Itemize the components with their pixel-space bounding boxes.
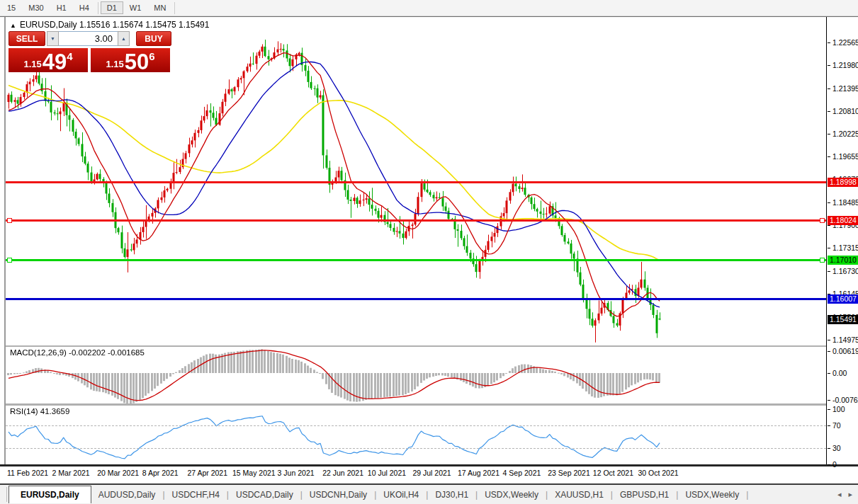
date-label: 15 May 2021: [232, 469, 276, 477]
symbol-arrow-icon: ▲: [10, 22, 16, 29]
rsi-header: RSI(14) 41.3659: [10, 407, 69, 416]
price-tag-1.15491: 1.15491: [828, 315, 858, 324]
timeframe-d1[interactable]: D1: [101, 1, 123, 14]
price-tag-1.18024: 1.18024: [828, 216, 858, 225]
sell-price-sup: 4: [67, 50, 72, 62]
trading-app-window: 15M30H1H4D1W1MN ▲EURUSD,Daily 1.15516 1.…: [0, 0, 858, 504]
sell-price-small: 1.15: [23, 59, 41, 69]
hline-1.18998[interactable]: [6, 181, 826, 183]
axis-tick: 0: [832, 460, 837, 469]
hline-handle-1.18024[interactable]: [820, 218, 825, 223]
sell-button[interactable]: SELL: [9, 31, 45, 46]
volume-increment-button[interactable]: ▲: [118, 31, 130, 46]
axis-tick: 1.20225: [832, 130, 858, 138]
axis-tick: 1.14975: [832, 336, 858, 344]
price-tag-1.18998: 1.18998: [828, 178, 858, 187]
tab-gbpusd-h1[interactable]: GBPUSD,H1: [613, 487, 676, 503]
tabbar-grip: [0, 487, 7, 502]
macd-header: MACD(12,26,9) -0.002202 -0.001685: [10, 348, 145, 357]
sell-price-tile[interactable]: 1.15494: [9, 48, 88, 72]
rsi-level-30: [6, 448, 826, 449]
rsi-canvas[interactable]: [6, 406, 826, 464]
tab-usdchf-h4[interactable]: USDCHF,H4: [165, 487, 227, 503]
tab-usdx-weekly[interactable]: USDX,Weekly: [678, 487, 746, 503]
axis-tick: 1.16730: [832, 267, 858, 275]
date-label: 4 Sep 2021: [503, 469, 541, 477]
price-tag-1.16007: 1.16007: [828, 294, 858, 304]
date-label: 22 Jun 2021: [322, 469, 363, 477]
hline-handle-1.18024[interactable]: [7, 218, 12, 223]
date-label: 12 Oct 2021: [593, 469, 633, 477]
one-click-trade-panel: SELL ▼ ▲ BUY 1.15494 1.15506: [9, 31, 171, 72]
timeframe-mn[interactable]: MN: [147, 1, 172, 14]
date-label: 11 Feb 2021: [7, 469, 48, 477]
timeframe-toolbar: 15M30H1H4D1W1MN: [0, 0, 858, 16]
volume-decrement-button[interactable]: ▼: [47, 31, 59, 46]
hline-handle-1.17010[interactable]: [820, 258, 825, 263]
tab-xauusd-h1[interactable]: XAUUSD,H1: [548, 487, 611, 503]
tab-usdcad-daily[interactable]: USDCAD,Daily: [229, 487, 300, 503]
timeframe-h4[interactable]: H4: [73, 1, 96, 14]
macd-pane: MACD(12,26,9) -0.002202 -0.001685: [6, 347, 826, 403]
buy-price-tile[interactable]: 1.15506: [91, 48, 170, 72]
date-label: 23 Sep 2021: [548, 469, 590, 477]
price-chart-pane: ▲EURUSD,Daily 1.15516 1.15674 1.15475 1.…: [6, 17, 826, 345]
sell-price-big: 49: [43, 52, 67, 71]
axis-tick: 1.21395: [832, 84, 858, 93]
spinner-up-icon: ▲: [121, 36, 126, 41]
timeframe-m30[interactable]: M30: [22, 1, 50, 14]
date-label: 29 Jul 2021: [412, 469, 451, 477]
axis-tick: 100: [832, 405, 845, 413]
axis-tick: 0.006193: [832, 347, 858, 355]
date-label: 8 Apr 2021: [142, 469, 179, 477]
chart-ohlc-header: ▲EURUSD,Daily 1.15516 1.15674 1.15475 1.…: [10, 20, 209, 30]
hline-1.17010[interactable]: [6, 259, 826, 261]
axis-tick: 0.00: [832, 369, 847, 377]
tab-list: EURUSD,DailyAUDUSD,Daily|USDCHF,H4|USDCA…: [9, 485, 748, 504]
symbol-tab-bar: EURUSD,DailyAUDUSD,Daily|USDCHF,H4|USDCA…: [0, 485, 858, 504]
axis-tick: 30: [832, 444, 841, 452]
axis-tick: -0.00762: [832, 396, 858, 404]
axis-tick: 70: [832, 421, 841, 430]
ohlc-text: EURUSD,Daily 1.15516 1.15674 1.15475 1.1…: [20, 20, 210, 30]
tab-scroll-left-button[interactable]: ◂: [837, 490, 842, 499]
tab-dj30-h1[interactable]: DJ30,H1: [428, 487, 475, 503]
tab-separator: |: [746, 490, 748, 500]
tab-ukoil-h4[interactable]: UKOil,H4: [376, 487, 426, 503]
hline-1.16007[interactable]: [6, 298, 826, 300]
spinner-down-icon: ▼: [50, 36, 55, 41]
rsi-pane: RSI(14) 41.3659: [6, 406, 826, 464]
tab-usdcnh-daily[interactable]: USDCNH,Daily: [303, 487, 374, 503]
axis-tick: 1.20810: [832, 107, 858, 115]
date-label: 27 Apr 2021: [187, 469, 227, 477]
axis-tick: 1.18485: [832, 198, 858, 207]
tab-usdx-weekly[interactable]: USDX,Weekly: [478, 487, 546, 503]
timeframe-h1[interactable]: H1: [50, 1, 73, 14]
rsi-level-70: [6, 425, 826, 426]
axis-tick: 1.17315: [832, 244, 858, 252]
price-axis[interactable]: 1.225651.219801.213951.208101.202251.196…: [826, 17, 858, 464]
buy-price-sup: 6: [149, 50, 154, 62]
date-label: 20 Mar 2021: [97, 469, 139, 477]
hline-1.18024[interactable]: [6, 219, 826, 222]
date-label: 2 Mar 2021: [52, 469, 90, 477]
buy-price-big: 50: [125, 52, 149, 71]
axis-tick: 1.21980: [832, 61, 858, 69]
timeframe-w1[interactable]: W1: [123, 1, 148, 14]
tab-audusd-daily[interactable]: AUDUSD,Daily: [91, 487, 163, 503]
volume-input[interactable]: [59, 31, 118, 46]
price-tag-1.17010: 1.17010: [828, 256, 858, 265]
date-axis[interactable]: 11 Feb 20212 Mar 202120 Mar 20218 Apr 20…: [6, 466, 826, 483]
buy-price-small: 1.15: [106, 59, 123, 69]
date-label: 30 Oct 2021: [638, 469, 678, 477]
timeframe-15[interactable]: 15: [1, 1, 22, 14]
date-label: 3 Jun 2021: [278, 469, 315, 477]
tab-scroll-right-button[interactable]: ▸: [848, 490, 852, 499]
tab-eurusd-daily[interactable]: EURUSD,Daily: [9, 486, 91, 503]
hline-handle-1.17010[interactable]: [7, 258, 12, 263]
date-label: 17 Aug 2021: [458, 469, 499, 477]
volume-stepper: ▼ ▲: [47, 31, 135, 46]
axis-tick: 1.22565: [832, 38, 858, 47]
axis-tick: 1.19655: [832, 152, 858, 161]
buy-button[interactable]: BUY: [136, 31, 171, 46]
